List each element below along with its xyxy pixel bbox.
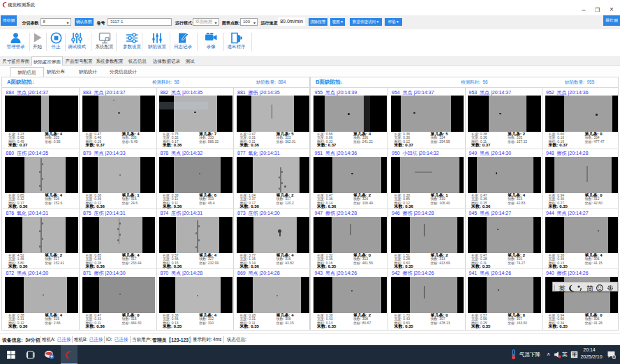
svg-text:简: 简 <box>586 285 593 292</box>
svg-text:英: 英 <box>559 285 566 292</box>
